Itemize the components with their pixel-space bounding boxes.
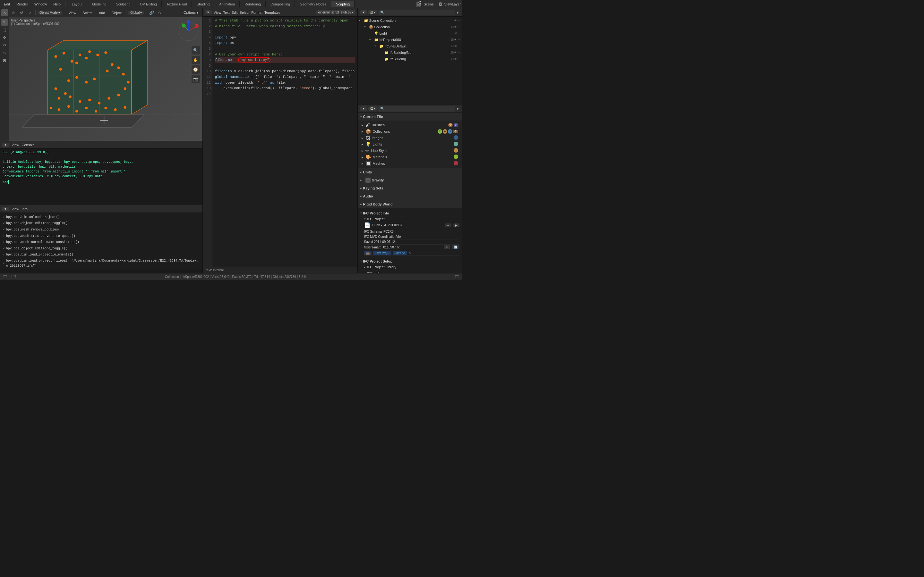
ifc-save-project-btn[interactable]: 📤 xyxy=(364,251,372,255)
text-file-dropdown[interactable]: external_script_stub.py ▾ xyxy=(317,10,355,15)
gravity-header[interactable]: ▸ ☐ Gravity xyxy=(358,176,462,184)
proportional-edit-btn[interactable]: ⊙ xyxy=(156,9,163,16)
ifc-close-btn[interactable]: ✕ xyxy=(409,251,411,255)
status-mid-icon[interactable]: ⬚ xyxy=(11,274,16,280)
editor-select[interactable]: Select xyxy=(240,11,250,15)
audio-header[interactable]: ▸ Audio xyxy=(358,192,462,200)
object-mode-dropdown[interactable]: Object Mode ▾ xyxy=(37,11,62,15)
snap-btn[interactable]: 🔗 xyxy=(148,9,155,16)
outliner-filter-icon[interactable]: ▼ xyxy=(456,11,459,15)
prop-collections[interactable]: ▸ 📦 Collections 7 0 9 📦 xyxy=(362,128,458,135)
scene-coll-vis[interactable]: 👁 xyxy=(454,19,457,22)
cursor-tool[interactable]: ↖ xyxy=(1,19,8,26)
console-view[interactable]: View xyxy=(11,143,19,147)
ifc-library-row[interactable]: ▸ IFC Project Library xyxy=(364,264,459,270)
ifc-links-row[interactable]: ▸ IFC Links xyxy=(364,270,459,273)
code-content[interactable]: # This stub runs a python script relativ… xyxy=(212,17,357,267)
tab-shading[interactable]: Shading xyxy=(192,1,214,7)
tree-scene-collection[interactable]: ▾ 📁 Scene Collection 👁 ⋯ xyxy=(358,17,462,24)
ifc-save-project-label-btn[interactable]: Save Proj... xyxy=(373,251,392,255)
ifcsite-vis[interactable]: 👁 xyxy=(454,45,457,48)
text-editor-type[interactable]: ▼ xyxy=(205,10,212,15)
status-right-icon[interactable]: ⬚ xyxy=(455,274,459,280)
keying-header[interactable]: ▸ Keying Sets xyxy=(358,184,462,192)
options-btn[interactable]: Options ▾ xyxy=(181,10,201,15)
current-file-header[interactable]: ▾ Current File xyxy=(358,113,462,121)
coll-checkbox[interactable]: ☑ xyxy=(451,25,454,29)
view-menu[interactable]: View xyxy=(66,10,79,15)
prop-meshes[interactable]: ▸ 🔲 Meshes xyxy=(362,160,458,167)
coll-vis[interactable]: 👁 xyxy=(454,25,457,29)
scale-tool[interactable]: ⤡ xyxy=(1,49,8,56)
add-menu[interactable]: Add xyxy=(96,10,108,15)
ifcproj-more[interactable]: ⋯ xyxy=(458,38,461,41)
prop-linestyles[interactable]: ▸ ✏ Line Styles xyxy=(362,147,458,154)
editor-templates[interactable]: Templates xyxy=(264,11,280,15)
tab-geometrynodes[interactable]: Geometry Nodes xyxy=(295,1,331,7)
tab-layout[interactable]: Layout xyxy=(67,1,87,7)
select-box-tool[interactable]: ⬚ xyxy=(1,26,8,33)
prop-images[interactable]: ▸ 🖼 Images xyxy=(362,135,458,141)
editor-format[interactable]: Format xyxy=(251,11,262,15)
coll-more[interactable]: ⋯ xyxy=(458,25,461,29)
transform-tool[interactable]: ⊠ xyxy=(1,57,8,64)
light-more[interactable]: ⋯ xyxy=(458,32,461,35)
viewport-gizmo[interactable]: X Y Z xyxy=(178,20,200,42)
ifc-run-btn[interactable]: ▶ xyxy=(453,223,459,227)
tab-compositing[interactable]: Compositing xyxy=(266,1,295,7)
status-left-icon[interactable]: ⬚ xyxy=(3,274,7,280)
tab-texturepaint[interactable]: Texture Paint xyxy=(162,1,192,7)
tab-modeling[interactable]: Modeling xyxy=(87,1,111,7)
scene-coll-more[interactable]: ⋯ xyxy=(458,19,461,22)
prop-materials[interactable]: ▸ 🎨 Materials xyxy=(362,154,458,160)
tree-ifcsite[interactable]: ▾ 📁 IfcSite/Default ☑ 👁 ⋯ xyxy=(358,43,462,49)
light-vis[interactable]: 👁 xyxy=(454,32,457,35)
ifcb1-checkbox[interactable]: ☑ xyxy=(451,51,454,54)
ifc-edit-btn[interactable]: ✏ xyxy=(445,223,451,227)
tree-ifcproject[interactable]: ▾ 📁 IfcProject/0001 ☑ 👁 ⋯ xyxy=(358,37,462,43)
outliner-type[interactable]: ▼ xyxy=(360,10,367,15)
menu-edit[interactable]: Edit xyxy=(1,2,13,7)
camera-icon[interactable]: 📷 xyxy=(192,75,200,83)
ifcb2-checkbox[interactable]: ☑ xyxy=(451,57,454,61)
text-editor-content[interactable]: 12345 678910 11121314 # This stub runs a… xyxy=(203,17,357,267)
ifcsite-more[interactable]: ⋯ xyxy=(458,45,461,48)
outliner-view-mode[interactable]: 🖼▾ xyxy=(368,10,377,15)
tab-uvediting[interactable]: UV Editing xyxy=(136,1,162,7)
tab-scripting[interactable]: Scripting xyxy=(331,1,355,7)
ifcsite-checkbox[interactable]: ☑ xyxy=(451,45,454,48)
orbit-icon[interactable]: 🧭 xyxy=(192,65,200,74)
gravity-checkbox[interactable]: ☐ xyxy=(365,177,371,183)
editor-edit[interactable]: Edit xyxy=(232,11,238,15)
info-editor-type[interactable]: ▼ xyxy=(2,207,9,211)
editor-view[interactable]: View xyxy=(214,11,221,15)
units-header[interactable]: ▸ Units xyxy=(358,168,462,176)
zoom-in-icon[interactable]: 🔍 xyxy=(192,46,200,55)
info-view[interactable]: View xyxy=(11,207,19,211)
select-menu[interactable]: Select xyxy=(80,10,95,15)
global-dropdown[interactable]: Global ▾ xyxy=(128,11,144,15)
ifc-path-edit[interactable]: ✏ xyxy=(444,245,450,249)
select-tool-btn[interactable]: ↖ xyxy=(1,9,8,16)
tab-rendering[interactable]: Rendering xyxy=(240,1,266,7)
move-tool[interactable]: ✛ xyxy=(1,34,8,41)
tab-animation[interactable]: Animation xyxy=(215,1,240,7)
menu-window[interactable]: Window xyxy=(32,2,49,7)
ifcb2-more[interactable]: ⋯ xyxy=(458,57,461,61)
prop-brushes[interactable]: ▸ 🖌 Brushes 🎨 🖌 xyxy=(362,122,458,128)
prop-lights[interactable]: ▸ 💡 Lights xyxy=(362,141,458,147)
props-filter-icon[interactable]: ▼ xyxy=(456,107,459,111)
ifcb1-vis[interactable]: 👁 xyxy=(454,51,457,54)
rotate-tool[interactable]: ↻ xyxy=(1,42,8,49)
menu-render[interactable]: Render xyxy=(14,2,31,7)
menu-help[interactable]: Help xyxy=(51,2,63,7)
pan-icon[interactable]: ✋ xyxy=(192,56,200,64)
tree-ifcbuilding2[interactable]: ▸ 📁 IfcBuilding ☑ 👁 ⋯ xyxy=(358,56,462,62)
ifcb1-more[interactable]: ⋯ xyxy=(458,51,461,54)
tree-collection[interactable]: ▾ 📦 Collection ☑ 👁 ⋯ xyxy=(358,24,462,30)
props-type[interactable]: ▼ xyxy=(360,106,367,111)
console-editor-type[interactable]: ▼ xyxy=(2,143,9,147)
rotate-tool-btn[interactable]: ↺ xyxy=(18,9,25,16)
ifcb2-vis[interactable]: 👁 xyxy=(454,57,457,61)
scale-tool-btn[interactable]: ⤢ xyxy=(26,9,33,16)
